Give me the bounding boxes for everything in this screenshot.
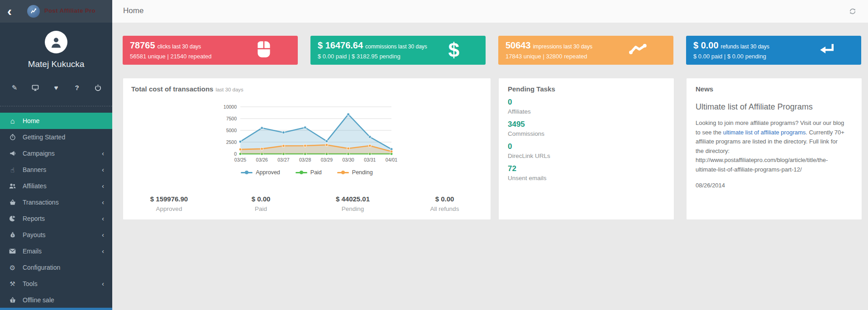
pending-task-item: 0 Affiliates bbox=[508, 98, 665, 115]
hand-pointer-icon: ☝ bbox=[9, 166, 16, 174]
sidebar-item-configuration[interactable]: ⚙ Configuration bbox=[0, 259, 112, 276]
impressions-value: 50643 bbox=[506, 40, 531, 50]
legend-item: Approved bbox=[241, 169, 280, 176]
sidebar-item-affiliates[interactable]: Affiliates ‹ bbox=[0, 178, 112, 194]
total-paid: $ 0.00 Paid bbox=[215, 195, 307, 212]
home-icon: ⌂ bbox=[9, 117, 16, 125]
mouse-icon bbox=[256, 41, 272, 60]
news-link[interactable]: ultimate list of affiliate programs bbox=[723, 129, 806, 136]
power-icon[interactable] bbox=[94, 84, 101, 91]
main-content: 78765clicks last 30 days 56581 unique | … bbox=[112, 23, 868, 310]
chevron-left-icon: ‹ bbox=[102, 182, 104, 190]
pending-tasks-title: Pending Tasks bbox=[508, 85, 665, 93]
tools-icon: ⚒ bbox=[9, 280, 16, 288]
svg-text:7500: 7500 bbox=[226, 116, 237, 121]
sidebar-item-getting-started[interactable]: Getting Started bbox=[0, 129, 112, 145]
chevron-left-icon: ‹ bbox=[102, 247, 104, 255]
monitor-icon[interactable] bbox=[32, 84, 39, 91]
clicks-caption: clicks last 30 days bbox=[157, 43, 201, 50]
stopwatch-icon bbox=[9, 134, 16, 140]
chart-totals: $ 159976.90 Approved $ 0.00 Paid $ 44025… bbox=[123, 195, 491, 212]
svg-text:04/01: 04/01 bbox=[386, 157, 397, 162]
sidebar-bottom-strip bbox=[0, 308, 112, 310]
sidebar-item-transactions[interactable]: Transactions ‹ bbox=[0, 194, 112, 210]
sidebar-divider bbox=[0, 106, 112, 106]
return-arrow-icon bbox=[820, 43, 835, 58]
envelope-icon bbox=[9, 248, 16, 254]
person-icon bbox=[49, 35, 63, 49]
transactions-chart-card: Total cost of transactionslast 30 days 0… bbox=[123, 78, 491, 220]
svg-text:5000: 5000 bbox=[226, 128, 237, 133]
news-body: Looking to join more affiliate programs?… bbox=[696, 119, 845, 174]
commissions-caption: commissions last 30 days bbox=[365, 43, 427, 50]
pending-task-item: 72 Unsent emails bbox=[508, 164, 665, 181]
chevron-left-icon: ‹ bbox=[102, 198, 104, 206]
gear-icon: ⚙ bbox=[9, 264, 16, 272]
chart-subtitle: last 30 days bbox=[215, 87, 243, 92]
total-pending: $ 44025.01 Pending bbox=[307, 195, 399, 212]
clicks-stat-card[interactable]: 78765clicks last 30 days 56581 unique | … bbox=[123, 36, 298, 65]
page-title: Home bbox=[123, 6, 143, 15]
pending-task-item: 3495 Commissions bbox=[508, 120, 665, 137]
pending-tasks-card: Pending Tasks 0 Affiliates 3495 Commissi… bbox=[498, 78, 674, 220]
svg-text:03/28: 03/28 bbox=[299, 157, 311, 162]
basket-icon: $ bbox=[9, 297, 16, 303]
pie-chart-icon bbox=[9, 215, 16, 222]
pending-task-item: 0 DirecLink URLs bbox=[508, 142, 665, 159]
svg-text:2500: 2500 bbox=[226, 139, 237, 145]
chevron-left-icon: ‹ bbox=[102, 215, 104, 222]
chevron-left-icon: ‹ bbox=[102, 280, 104, 287]
impressions-caption: impressions last 30 days bbox=[533, 43, 592, 50]
svg-text:03/25: 03/25 bbox=[234, 157, 246, 162]
sidebar-top-bar: ‹ Post Affiliate Pro bbox=[0, 0, 112, 23]
brand-name: Post Affiliate Pro bbox=[44, 7, 95, 14]
heartbeat-icon[interactable]: ♥ bbox=[52, 84, 60, 91]
help-icon[interactable]: ? bbox=[73, 84, 81, 91]
transactions-chart: 02500500075001000003/2503/2603/2703/2803… bbox=[214, 103, 400, 167]
clicks-value: 78765 bbox=[130, 40, 155, 50]
money-bag-icon: $ bbox=[9, 232, 16, 238]
sidebar-nav: ⌂ Home Getting Started Campaigns ‹ ☝ Ban… bbox=[0, 113, 112, 308]
chevron-left-icon: ‹ bbox=[102, 166, 104, 173]
user-name: Matej Kukucka bbox=[0, 59, 112, 69]
sidebar-item-reports[interactable]: Reports ‹ bbox=[0, 210, 112, 227]
quick-actions: ✎ ♥ ? bbox=[0, 84, 112, 91]
sidebar-item-tools[interactable]: ⚒ Tools ‹ bbox=[0, 276, 112, 292]
svg-text:03/27: 03/27 bbox=[277, 157, 289, 162]
sidebar-item-payouts[interactable]: $ Payouts ‹ bbox=[0, 227, 112, 243]
refunds-value: $ 0.00 bbox=[693, 40, 719, 50]
sidebar-item-offline-sale[interactable]: $ Offline sale bbox=[0, 292, 112, 308]
total-all-refunds: $ 0.00 All refunds bbox=[399, 195, 491, 212]
commissions-stat-card[interactable]: $ 16476.64commissions last 30 days $ 0.0… bbox=[310, 36, 486, 65]
svg-text:0: 0 bbox=[234, 151, 237, 157]
legend-item: Pending bbox=[337, 169, 373, 176]
commissions-value: $ 16476.64 bbox=[318, 40, 363, 50]
dollar-icon: $ bbox=[448, 40, 459, 60]
sidebar-item-campaigns[interactable]: Campaigns ‹ bbox=[0, 145, 112, 162]
svg-text:03/26: 03/26 bbox=[256, 157, 268, 162]
chart-title: Total cost of transactions bbox=[131, 85, 213, 93]
news-card: News Ultimate list of Affiliate Programs… bbox=[686, 78, 862, 220]
sidebar-item-emails[interactable]: Emails ‹ bbox=[0, 243, 112, 259]
news-date: 08/26/2014 bbox=[696, 182, 853, 189]
app-logo-icon[interactable] bbox=[27, 5, 40, 18]
refresh-icon[interactable] bbox=[849, 8, 856, 15]
refunds-caption: refunds last 30 days bbox=[721, 43, 769, 50]
pencil-icon[interactable]: ✎ bbox=[11, 84, 18, 91]
sidebar-item-home[interactable]: ⌂ Home bbox=[0, 113, 112, 129]
news-title: News bbox=[696, 85, 853, 93]
sidebar-item-banners[interactable]: ☝ Banners ‹ bbox=[0, 162, 112, 178]
svg-text:10000: 10000 bbox=[224, 104, 237, 110]
total-approved: $ 159976.90 Approved bbox=[123, 195, 215, 212]
top-header: Home bbox=[112, 0, 868, 23]
sidebar: ‹ Post Affiliate Pro Matej Kukucka ✎ ♥ ? bbox=[0, 0, 112, 310]
impressions-stat-card[interactable]: 50643impressions last 30 days 17843 uniq… bbox=[498, 36, 673, 65]
avatar[interactable] bbox=[45, 31, 67, 53]
svg-text:$: $ bbox=[12, 300, 13, 302]
refunds-stat-card[interactable]: $ 0.00refunds last 30 days $ 0.00 paid |… bbox=[686, 36, 861, 65]
basket-icon bbox=[9, 199, 16, 205]
chevron-left-icon: ‹ bbox=[102, 149, 104, 157]
svg-text:03/30: 03/30 bbox=[342, 157, 354, 162]
chevron-left-icon: ‹ bbox=[102, 231, 104, 238]
collapse-sidebar-icon[interactable]: ‹ bbox=[7, 2, 12, 21]
